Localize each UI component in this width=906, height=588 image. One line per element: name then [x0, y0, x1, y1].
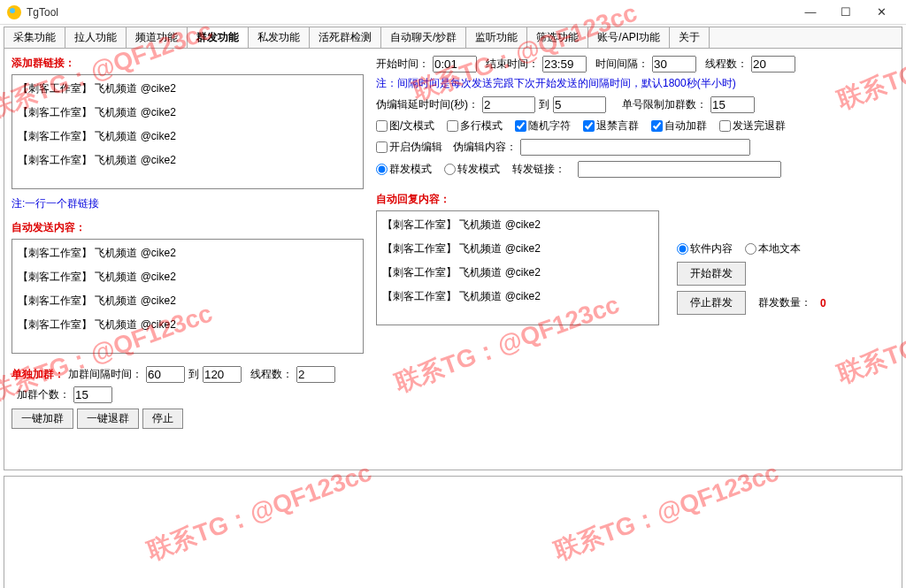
radio-groupsend[interactable]: 群发模式: [376, 162, 432, 177]
auto-send-list[interactable]: 【刺客工作室】 飞机频道 @cike2【刺客工作室】 飞机频道 @cike2【刺…: [12, 239, 364, 354]
list-item[interactable]: 【刺客工作室】 飞机频道 @cike2: [379, 213, 656, 237]
links-label: 添加群链接：: [12, 56, 365, 71]
interval-note: 注：间隔时间是每次发送完跟下次开始发送的间隔时间，默认1800秒(半小时): [376, 76, 894, 91]
tab-1[interactable]: 拉人功能: [65, 27, 127, 48]
list-item[interactable]: 【刺客工作室】 飞机频道 @cike2: [14, 241, 361, 265]
fake-delay-label: 伪编辑延时时间(秒)：: [376, 97, 479, 112]
tab-2[interactable]: 频道功能: [127, 27, 188, 48]
fake-content-input[interactable]: [520, 139, 750, 156]
interval-label: 时间间隔：: [595, 57, 649, 72]
fake-content-label: 伪编辑内容：: [453, 140, 517, 155]
close-button[interactable]: ✕: [864, 0, 899, 25]
cb-enablefake[interactable]: 开启伪编辑: [376, 140, 442, 155]
threads-label: 线程数：: [705, 57, 748, 72]
cb-randchars[interactable]: 随机字符: [515, 118, 571, 134]
log-area[interactable]: [4, 476, 902, 588]
interval-input[interactable]: [652, 56, 696, 73]
tab-5[interactable]: 活死群检测: [310, 27, 381, 48]
join-count-input[interactable]: [73, 386, 112, 403]
exit-all-button[interactable]: 一键退群: [77, 409, 139, 429]
list-item[interactable]: 【刺客工作室】 飞机频道 @cike2: [14, 149, 361, 172]
list-item[interactable]: 【刺客工作室】 飞机频道 @cike2: [14, 125, 361, 149]
cb-multiline[interactable]: 多行模式: [447, 118, 503, 134]
forward-link-input[interactable]: [578, 161, 781, 178]
list-item[interactable]: 【刺客工作室】 飞机频道 @cike2: [379, 261, 656, 285]
join-threads-label: 线程数：: [250, 367, 293, 382]
list-item[interactable]: 【刺客工作室】 飞机频道 @cike2: [379, 237, 656, 261]
start-time-label: 开始时间：: [376, 57, 429, 72]
note-line: 注:一行一个群链接: [12, 196, 365, 211]
to-label-2: 到: [539, 97, 549, 112]
start-send-button[interactable]: 开始群发: [677, 262, 746, 286]
cb-autojoin[interactable]: 自动加群: [651, 118, 707, 134]
main-panel: 添加群链接： 【刺客工作室】 飞机频道 @cike2【刺客工作室】 飞机频道 @…: [4, 48, 902, 470]
list-item[interactable]: 【刺客工作室】 飞机频道 @cike2: [14, 313, 361, 337]
cb-banexit[interactable]: 退禁言群: [583, 118, 639, 134]
start-time-input[interactable]: [433, 56, 477, 73]
radio-forward[interactable]: 转发模式: [444, 162, 500, 177]
maximize-button[interactable]: ☐: [828, 0, 864, 25]
group-links-list[interactable]: 【刺客工作室】 飞机频道 @cike2【刺客工作室】 飞机频道 @cike2【刺…: [12, 74, 364, 189]
fake-delay-max[interactable]: [553, 96, 606, 113]
single-join-label: 单独加群：: [12, 367, 65, 382]
window-title: TgTool: [27, 6, 793, 19]
cb-sendexit[interactable]: 发送完退群: [719, 118, 786, 134]
auto-reply-label: 自动回复内容：: [376, 192, 659, 207]
join-count-label: 加群个数：: [17, 387, 70, 402]
list-item[interactable]: 【刺客工作室】 飞机频道 @cike2: [14, 101, 361, 125]
auto-send-label: 自动发送内容：: [12, 220, 365, 235]
tab-3[interactable]: 群发功能: [188, 27, 249, 48]
stop-send-button[interactable]: 停止群发: [677, 291, 746, 315]
end-time-label: 结束时间：: [486, 57, 539, 72]
tab-10[interactable]: 关于: [670, 27, 710, 48]
to-label-1: 到: [188, 367, 199, 382]
join-threads-input[interactable]: [296, 366, 335, 383]
join-all-button[interactable]: 一键加群: [12, 409, 73, 429]
tab-0[interactable]: 采集功能: [4, 27, 65, 48]
threads-input[interactable]: [751, 56, 795, 73]
join-interval-label: 加群间隔时间：: [68, 367, 142, 382]
forward-link-label: 转发链接：: [512, 162, 565, 177]
minimize-button[interactable]: —: [793, 0, 828, 25]
fake-delay-min[interactable]: [482, 96, 535, 113]
tab-8[interactable]: 筛选功能: [527, 27, 588, 48]
join-interval-min[interactable]: [146, 366, 185, 383]
tab-4[interactable]: 私发功能: [249, 27, 310, 48]
send-count-value: 0: [820, 297, 826, 309]
list-item[interactable]: 【刺客工作室】 飞机频道 @cike2: [14, 265, 361, 289]
end-time-input[interactable]: [542, 56, 587, 73]
tab-6[interactable]: 自动聊天/炒群: [381, 27, 466, 48]
join-interval-max[interactable]: [203, 366, 242, 383]
tab-7[interactable]: 监听功能: [466, 27, 527, 48]
tab-9[interactable]: 账号/API功能: [588, 27, 670, 48]
list-item[interactable]: 【刺客工作室】 飞机频道 @cike2: [14, 289, 361, 313]
limit-label: 单号限制加群数：: [622, 97, 707, 112]
tab-bar: 采集功能拉人功能频道功能群发功能私发功能活死群检测自动聊天/炒群监听功能筛选功能…: [4, 27, 902, 48]
limit-input[interactable]: [710, 96, 755, 113]
stop-button[interactable]: 停止: [142, 409, 183, 429]
auto-reply-list[interactable]: 【刺客工作室】 飞机频道 @cike2【刺客工作室】 飞机频道 @cike2【刺…: [376, 210, 659, 325]
list-item[interactable]: 【刺客工作室】 飞机频道 @cike2: [14, 77, 361, 101]
radio-local-text[interactable]: 本地文本: [745, 241, 801, 256]
titlebar: TgTool — ☐ ✕: [0, 0, 906, 25]
cb-imgtext[interactable]: 图/文模式: [376, 118, 434, 134]
list-item[interactable]: 【刺客工作室】 飞机频道 @cike2: [379, 285, 656, 309]
radio-soft-content[interactable]: 软件内容: [677, 241, 733, 256]
send-count-label: 群发数量：: [758, 295, 811, 310]
app-icon: [7, 5, 21, 19]
